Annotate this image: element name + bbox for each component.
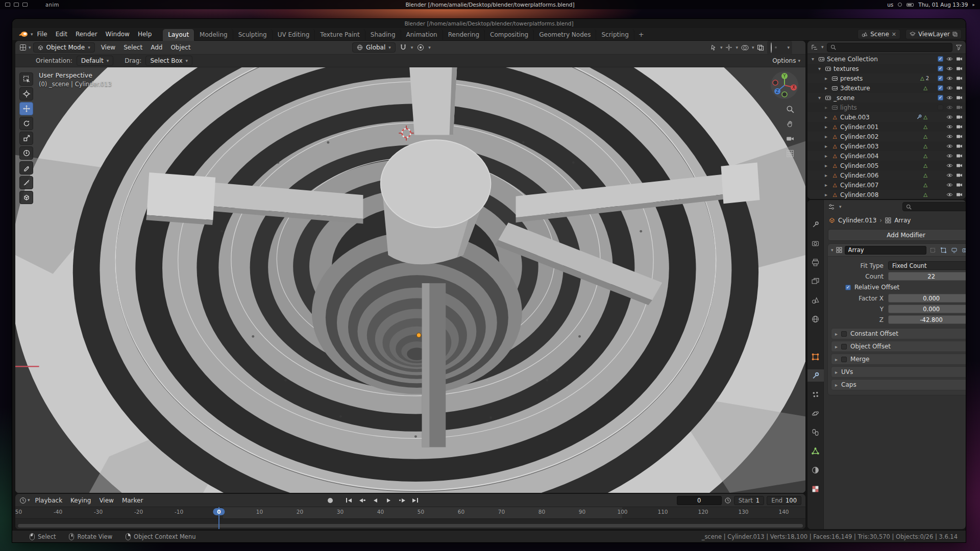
disclosure-triangle-icon[interactable] [825, 76, 831, 81]
disable-in-renders-camera-icon[interactable] [956, 95, 963, 100]
overlays-chevron-icon[interactable]: ▾ [752, 45, 754, 50]
hide-eye-icon[interactable] [946, 95, 953, 100]
proportional-chevron-icon[interactable]: ▾ [428, 45, 431, 50]
filter-funnel-icon[interactable] [955, 44, 962, 51]
disclosure-triangle-icon[interactable] [825, 182, 831, 188]
modifier-subpanel-header[interactable]: ▸ Merge [831, 354, 966, 365]
tool-rotate[interactable] [19, 117, 33, 130]
disclosure-triangle-icon[interactable] [825, 85, 831, 91]
outliner-row[interactable]: △ Cylinder.008 △ [807, 190, 966, 199]
app-menu-item[interactable]: File [33, 29, 52, 39]
outliner-row[interactable]: △ Scene Collection △ [807, 54, 966, 64]
hide-eye-icon[interactable] [946, 163, 953, 168]
outliner-row[interactable]: △ Cylinder.001 △ [807, 122, 966, 132]
outliner-item-name[interactable]: Cylinder.006 [840, 172, 878, 179]
modifier-subpanel-header[interactable]: ▸ UVs [831, 366, 966, 378]
editor-type-icon[interactable] [19, 44, 27, 51]
timeline-menu-item[interactable]: View [95, 495, 117, 506]
outliner-row[interactable]: △ presets △ 2 [807, 73, 966, 83]
use-preview-range-clock-icon[interactable] [724, 497, 731, 504]
tab-physics[interactable] [807, 407, 824, 419]
hide-eye-icon[interactable] [946, 192, 953, 197]
timeline-horizontal-scrollbar[interactable] [18, 524, 803, 528]
timeline-editor-chevron-icon[interactable]: ▾ [28, 498, 30, 503]
tab-constraints[interactable] [807, 426, 824, 438]
collection-checkbox[interactable] [938, 76, 943, 81]
app-menu-item[interactable]: Help [134, 29, 156, 39]
outliner-row[interactable]: △ Cylinder.005 △ [807, 161, 966, 170]
tab-scene[interactable] [807, 294, 824, 306]
modifier-subpanel-header[interactable]: ▸ Caps [831, 379, 966, 390]
clock[interactable]: Thu, 01 Aug 13:39 [918, 2, 968, 8]
snap-chevron-icon[interactable]: ▾ [411, 45, 413, 50]
disclosure-triangle-icon[interactable]: ▸ [835, 331, 838, 337]
hide-eye-icon[interactable] [946, 76, 953, 81]
disable-in-renders-camera-icon[interactable] [956, 144, 963, 148]
hide-eye-icon[interactable] [946, 173, 953, 178]
tab-world[interactable] [807, 313, 824, 325]
disclosure-triangle-icon[interactable] [825, 163, 831, 168]
selectability-filter-icon[interactable] [710, 44, 717, 51]
disclosure-triangle-icon[interactable] [825, 124, 831, 130]
workspace-tab[interactable]: Animation [401, 29, 443, 41]
panel-collapse-icon[interactable]: ▾ [831, 248, 834, 253]
hide-eye-icon[interactable] [946, 154, 953, 158]
subpanel-checkbox[interactable] [841, 344, 847, 349]
workspace-tab[interactable]: Shading [365, 29, 401, 41]
disclosure-triangle-icon[interactable]: ▸ [835, 382, 838, 388]
modifier-name-input[interactable] [845, 246, 926, 255]
disable-in-renders-camera-icon[interactable] [956, 154, 963, 158]
subpanel-checkbox[interactable] [841, 331, 847, 337]
properties-editor-type-icon[interactable] [828, 204, 835, 210]
modifier-subpanel-header[interactable]: ▸ Object Offset [831, 341, 966, 352]
tool-annotate[interactable] [19, 161, 33, 174]
tool-scale[interactable] [19, 132, 33, 145]
hide-eye-icon[interactable] [946, 105, 953, 110]
options-button[interactable]: Options ▾ [772, 57, 800, 64]
properties-search[interactable] [902, 202, 966, 211]
shading-rendered-button[interactable] [783, 46, 785, 48]
tab-tool[interactable] [807, 218, 824, 231]
disclosure-triangle-icon[interactable]: ▸ [835, 369, 838, 375]
hide-eye-icon[interactable] [946, 183, 953, 187]
window-titlebar[interactable]: Blender [/home/amalie/Desktop/blender/to… [12, 19, 966, 28]
timeline-track[interactable] [15, 518, 805, 529]
blender-logo-icon[interactable] [18, 31, 29, 38]
outliner-item-name[interactable]: Cylinder.005 [840, 162, 878, 169]
proportional-editing-icon[interactable] [417, 44, 424, 51]
workspace-tab[interactable]: Rendering [443, 29, 485, 41]
disable-in-renders-camera-icon[interactable] [956, 134, 963, 139]
outliner-item-name[interactable]: Cylinder.001 [840, 123, 878, 131]
app-menu-item[interactable]: Window [102, 29, 134, 39]
workspace-tab[interactable]: Modeling [194, 29, 233, 41]
outliner-editor-chevron-icon[interactable]: ▾ [821, 45, 824, 49]
tab-material[interactable] [807, 464, 824, 476]
collection-checkbox[interactable] [938, 66, 943, 71]
tray-chevron-icon[interactable]: ▸ [972, 3, 975, 7]
toggle-perspective-grid-icon[interactable] [785, 148, 795, 159]
jump-to-start-button[interactable] [343, 495, 355, 505]
wm-window-icon[interactable] [5, 3, 10, 7]
outliner-item-name[interactable]: Cylinder.008 [840, 191, 878, 198]
disable-in-renders-camera-icon[interactable] [956, 57, 963, 61]
hide-eye-icon[interactable] [946, 124, 953, 129]
jump-to-end-button[interactable] [409, 495, 421, 505]
tab-object[interactable] [807, 350, 824, 363]
disclosure-triangle-icon[interactable] [825, 172, 831, 178]
hide-eye-icon[interactable] [946, 115, 953, 119]
subpanel-checkbox[interactable] [841, 357, 847, 362]
disclosure-triangle-icon[interactable] [812, 56, 818, 62]
offset-factor-field[interactable]: -42.800 [888, 315, 966, 324]
new-view-layer-icon[interactable] [952, 32, 958, 37]
transform-orientation-dropdown[interactable]: Global ▾ [352, 42, 396, 53]
auto-keying-record-button[interactable] [324, 495, 336, 505]
outliner-row[interactable]: △ Cube.003 △ [807, 112, 966, 122]
workspace-tab[interactable]: Texture Paint [315, 29, 365, 41]
play-reverse-button[interactable] [370, 495, 381, 505]
hide-eye-icon[interactable] [946, 57, 953, 61]
outliner-row[interactable]: △ lights △ [807, 103, 966, 112]
modifier-subpanel-header[interactable]: ▸ Constant Offset [831, 328, 966, 339]
outliner-row[interactable]: △ Cylinder.003 △ [807, 141, 966, 151]
disable-in-renders-camera-icon[interactable] [956, 86, 963, 90]
outliner-item-name[interactable]: Cylinder.002 [840, 133, 878, 140]
